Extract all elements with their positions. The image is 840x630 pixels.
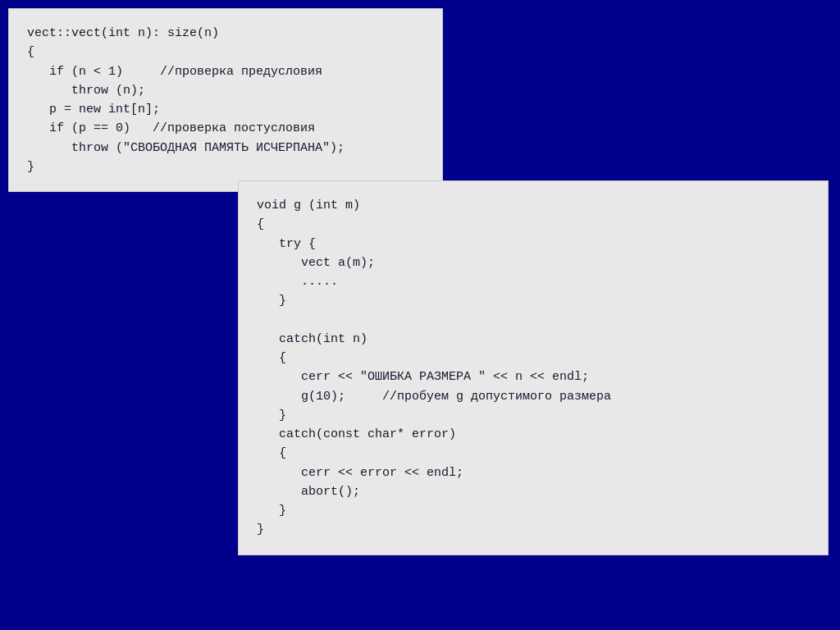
code-top-text: vect::vect(int n): size(n) { if (n < 1) … <box>27 24 424 176</box>
code-block-bottom: void g (int m) { try { vect a(m); ..... … <box>238 180 829 555</box>
code-bottom-text: void g (int m) { try { vect a(m); ..... … <box>257 196 810 540</box>
code-block-top: vect::vect(int n): size(n) { if (n < 1) … <box>8 8 443 192</box>
